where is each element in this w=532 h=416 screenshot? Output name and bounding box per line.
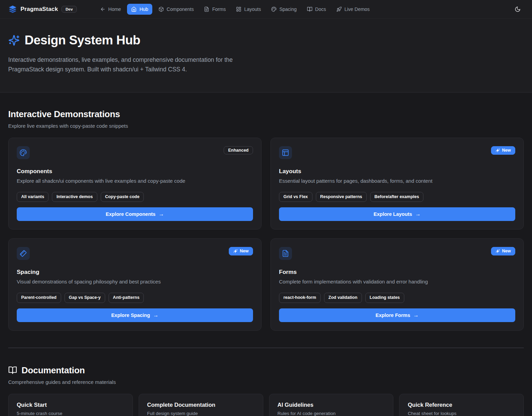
ruler-icon [17,247,30,260]
tag: react-hook-form [279,293,321,303]
card-description: Visual demonstrations of spacing philoso… [17,279,253,285]
page-title: Design System Hub [25,33,140,47]
top-navigation-bar: PragmaStack Dev Home Hub Components Fo [0,0,532,19]
nav-item-docs[interactable]: Docs [303,4,330,15]
tag: Before/after examples [370,192,424,202]
home-icon [131,6,137,12]
demos-subheading: Explore live examples with copy-paste co… [8,123,524,129]
arrow-right-icon: → [158,211,164,217]
sparkles-icon [233,249,238,253]
tag-row: Parent-controlled Gap vs Space-y Anti-pa… [17,293,253,303]
card-title: Spacing [17,269,253,276]
card-title: Forms [279,269,515,276]
card-description: Essential layout patterns for pages, das… [279,178,515,184]
enhanced-badge: Enhanced [224,146,253,155]
moon-icon [515,6,521,12]
page-description: Interactive demonstrations, live example… [8,55,263,74]
tag: Interactive demos [52,192,97,202]
nav-item-layouts[interactable]: Layouts [232,4,265,15]
tag-row: Grid vs Flex Responsive patterns Before/… [279,192,515,202]
demo-card-spacing: New Spacing Visual demonstrations of spa… [8,238,262,331]
rocket-icon [336,6,342,12]
tag: Gap vs Space-y [65,293,105,303]
brand[interactable]: PragmaStack Dev [8,5,77,14]
doc-card-title: AI Guidelines [278,402,385,408]
main-nav: Home Hub Components Forms Layouts [96,4,374,15]
nav-item-home[interactable]: Home [96,4,125,15]
demo-card-grid: Enhanced Components Explore all shadcn/u… [8,138,524,331]
doc-card-quick-reference[interactable]: Quick Reference Cheat sheet for lookups [399,394,524,416]
tag-row: All variants Interactive demos Copy-past… [17,192,253,202]
card-description: Complete form implementations with valid… [279,279,515,285]
sparkles-icon [495,148,500,153]
hero-section: Design System Hub Interactive demonstrat… [0,19,532,93]
card-title: Components [17,168,253,175]
docs-subheading: Comprehensive guides and reference mater… [8,379,524,385]
tag: Loading states [365,293,404,303]
docs-heading: Documentation [22,365,85,376]
card-title: Layouts [279,168,515,175]
card-description: Explore all shadcn/ui components with li… [17,178,253,184]
tag: Zod validation [324,293,362,303]
nav-item-forms[interactable]: Forms [200,4,230,15]
layers-logo-icon [8,5,17,14]
arrow-right-icon: → [415,211,421,217]
explore-layouts-button[interactable]: Explore Layouts → [279,207,515,221]
palette-icon [17,146,30,159]
arrow-right-icon: → [153,312,158,318]
tag: All variants [17,192,48,202]
tag-row: react-hook-form Zod validation Loading s… [279,293,515,303]
brand-name: PragmaStack [20,6,58,13]
doc-card-title: Quick Start [17,402,124,408]
nav-item-components[interactable]: Components [154,4,198,15]
doc-card-ai-guidelines[interactable]: AI Guidelines Rules for AI code generati… [269,394,394,416]
layout-dashboard-icon [236,6,241,12]
new-badge: New [491,247,515,255]
doc-card-grid: Quick Start 5-minute crash course Comple… [8,394,524,416]
sparkles-icon [8,34,20,46]
arrow-left-icon [100,6,106,12]
tag: Parent-controlled [17,293,61,303]
theme-toggle-button[interactable] [512,3,524,15]
doc-card-description: 5-minute crash course [17,411,124,416]
doc-card-complete-documentation[interactable]: Complete Documentation Full design syste… [139,394,263,416]
doc-card-title: Quick Reference [408,402,515,408]
file-text-icon [279,247,292,260]
nav-item-spacing[interactable]: Spacing [267,4,301,15]
tag: Copy-paste code [101,192,144,202]
doc-card-description: Cheat sheet for lookups [408,411,515,416]
book-open-icon [307,6,312,12]
doc-card-title: Complete Documentation [147,402,255,408]
nav-item-live-demos[interactable]: Live Demos [332,4,374,15]
demo-card-layouts: New Layouts Essential layout patterns fo… [270,138,524,230]
arrow-right-icon: → [413,312,419,318]
nav-item-hub[interactable]: Hub [127,4,152,15]
main-content: Interactive Demonstrations Explore live … [0,93,532,416]
tag: Grid vs Flex [279,192,312,202]
demos-heading: Interactive Demonstrations [8,109,524,120]
new-badge: New [229,247,253,255]
palette-icon [271,6,277,12]
demo-card-forms: New Forms Complete form implementations … [270,238,524,331]
panels-top-left-icon [279,146,292,159]
doc-card-description: Rules for AI code generation [278,411,385,416]
explore-forms-button[interactable]: Explore Forms → [279,308,515,322]
tag: Responsive patterns [316,192,367,202]
package-icon [158,6,164,12]
book-open-icon [8,366,17,375]
doc-card-description: Full design system guide [147,411,255,416]
sparkles-icon [495,249,500,253]
dev-badge: Dev [61,6,77,13]
explore-spacing-button[interactable]: Explore Spacing → [17,308,253,322]
new-badge: New [491,146,515,155]
explore-components-button[interactable]: Explore Components → [17,207,253,221]
doc-card-quick-start[interactable]: Quick Start 5-minute crash course [8,394,133,416]
file-text-icon [204,6,209,12]
demo-card-components: Enhanced Components Explore all shadcn/u… [8,138,262,230]
tag: Anti-patterns [109,293,144,303]
